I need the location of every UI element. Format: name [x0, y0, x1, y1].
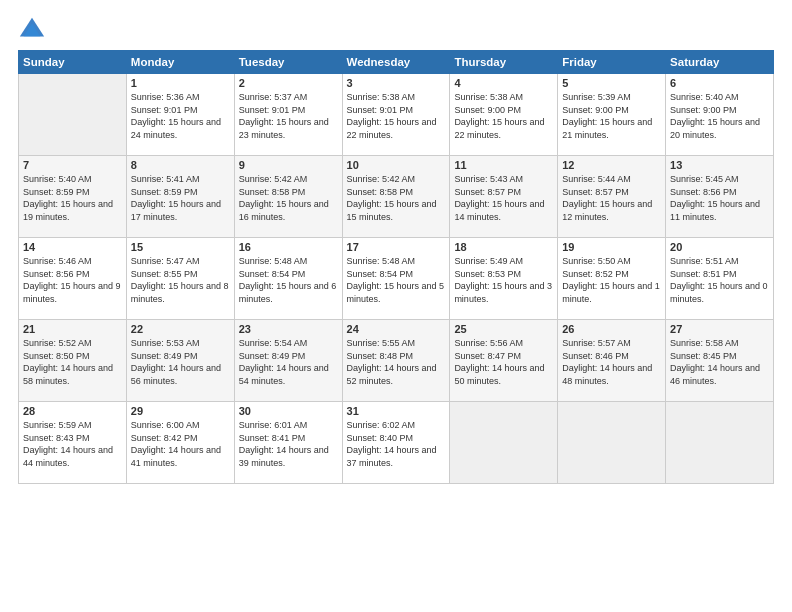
- day-number: 13: [670, 159, 769, 171]
- day-number: 25: [454, 323, 553, 335]
- day-info: Sunrise: 5:45 AM Sunset: 8:56 PM Dayligh…: [670, 173, 769, 223]
- calendar-cell: 31Sunrise: 6:02 AM Sunset: 8:40 PM Dayli…: [342, 402, 450, 484]
- day-info: Sunrise: 5:40 AM Sunset: 8:59 PM Dayligh…: [23, 173, 122, 223]
- day-info: Sunrise: 5:51 AM Sunset: 8:51 PM Dayligh…: [670, 255, 769, 305]
- day-info: Sunrise: 5:52 AM Sunset: 8:50 PM Dayligh…: [23, 337, 122, 387]
- day-info: Sunrise: 5:42 AM Sunset: 8:58 PM Dayligh…: [239, 173, 338, 223]
- calendar-cell: [558, 402, 666, 484]
- day-info: Sunrise: 5:57 AM Sunset: 8:46 PM Dayligh…: [562, 337, 661, 387]
- calendar-cell: 11Sunrise: 5:43 AM Sunset: 8:57 PM Dayli…: [450, 156, 558, 238]
- day-number: 18: [454, 241, 553, 253]
- day-number: 17: [347, 241, 446, 253]
- day-info: Sunrise: 5:46 AM Sunset: 8:56 PM Dayligh…: [23, 255, 122, 305]
- day-header-wednesday: Wednesday: [342, 51, 450, 74]
- calendar-cell: [666, 402, 774, 484]
- day-number: 20: [670, 241, 769, 253]
- calendar-cell: 1Sunrise: 5:36 AM Sunset: 9:01 PM Daylig…: [126, 74, 234, 156]
- day-header-friday: Friday: [558, 51, 666, 74]
- calendar-cell: 19Sunrise: 5:50 AM Sunset: 8:52 PM Dayli…: [558, 238, 666, 320]
- day-info: Sunrise: 5:36 AM Sunset: 9:01 PM Dayligh…: [131, 91, 230, 141]
- logo: [18, 16, 50, 44]
- day-number: 6: [670, 77, 769, 89]
- week-row-2: 7Sunrise: 5:40 AM Sunset: 8:59 PM Daylig…: [19, 156, 774, 238]
- calendar-cell: 12Sunrise: 5:44 AM Sunset: 8:57 PM Dayli…: [558, 156, 666, 238]
- calendar-cell: 8Sunrise: 5:41 AM Sunset: 8:59 PM Daylig…: [126, 156, 234, 238]
- day-number: 31: [347, 405, 446, 417]
- day-number: 2: [239, 77, 338, 89]
- calendar-cell: 21Sunrise: 5:52 AM Sunset: 8:50 PM Dayli…: [19, 320, 127, 402]
- calendar-cell: 10Sunrise: 5:42 AM Sunset: 8:58 PM Dayli…: [342, 156, 450, 238]
- day-info: Sunrise: 5:37 AM Sunset: 9:01 PM Dayligh…: [239, 91, 338, 141]
- calendar-cell: 2Sunrise: 5:37 AM Sunset: 9:01 PM Daylig…: [234, 74, 342, 156]
- week-row-1: 1Sunrise: 5:36 AM Sunset: 9:01 PM Daylig…: [19, 74, 774, 156]
- calendar-cell: 30Sunrise: 6:01 AM Sunset: 8:41 PM Dayli…: [234, 402, 342, 484]
- day-info: Sunrise: 5:59 AM Sunset: 8:43 PM Dayligh…: [23, 419, 122, 469]
- page: SundayMondayTuesdayWednesdayThursdayFrid…: [0, 0, 792, 612]
- day-number: 12: [562, 159, 661, 171]
- day-header-saturday: Saturday: [666, 51, 774, 74]
- week-row-5: 28Sunrise: 5:59 AM Sunset: 8:43 PM Dayli…: [19, 402, 774, 484]
- calendar-cell: 5Sunrise: 5:39 AM Sunset: 9:00 PM Daylig…: [558, 74, 666, 156]
- day-info: Sunrise: 5:55 AM Sunset: 8:48 PM Dayligh…: [347, 337, 446, 387]
- day-number: 28: [23, 405, 122, 417]
- day-number: 5: [562, 77, 661, 89]
- day-info: Sunrise: 5:38 AM Sunset: 9:01 PM Dayligh…: [347, 91, 446, 141]
- day-number: 24: [347, 323, 446, 335]
- day-number: 3: [347, 77, 446, 89]
- day-number: 11: [454, 159, 553, 171]
- day-number: 23: [239, 323, 338, 335]
- day-header-thursday: Thursday: [450, 51, 558, 74]
- day-number: 29: [131, 405, 230, 417]
- calendar-cell: 28Sunrise: 5:59 AM Sunset: 8:43 PM Dayli…: [19, 402, 127, 484]
- day-number: 14: [23, 241, 122, 253]
- calendar-cell: 4Sunrise: 5:38 AM Sunset: 9:00 PM Daylig…: [450, 74, 558, 156]
- calendar-cell: 7Sunrise: 5:40 AM Sunset: 8:59 PM Daylig…: [19, 156, 127, 238]
- day-info: Sunrise: 5:58 AM Sunset: 8:45 PM Dayligh…: [670, 337, 769, 387]
- day-number: 10: [347, 159, 446, 171]
- day-info: Sunrise: 5:53 AM Sunset: 8:49 PM Dayligh…: [131, 337, 230, 387]
- calendar-cell: 18Sunrise: 5:49 AM Sunset: 8:53 PM Dayli…: [450, 238, 558, 320]
- calendar-cell: 3Sunrise: 5:38 AM Sunset: 9:01 PM Daylig…: [342, 74, 450, 156]
- calendar-cell: 6Sunrise: 5:40 AM Sunset: 9:00 PM Daylig…: [666, 74, 774, 156]
- day-info: Sunrise: 6:02 AM Sunset: 8:40 PM Dayligh…: [347, 419, 446, 469]
- day-info: Sunrise: 5:38 AM Sunset: 9:00 PM Dayligh…: [454, 91, 553, 141]
- day-number: 26: [562, 323, 661, 335]
- calendar-cell: 29Sunrise: 6:00 AM Sunset: 8:42 PM Dayli…: [126, 402, 234, 484]
- calendar-cell: 15Sunrise: 5:47 AM Sunset: 8:55 PM Dayli…: [126, 238, 234, 320]
- calendar-cell: [19, 74, 127, 156]
- day-number: 9: [239, 159, 338, 171]
- calendar-cell: 17Sunrise: 5:48 AM Sunset: 8:54 PM Dayli…: [342, 238, 450, 320]
- logo-icon: [18, 16, 46, 44]
- day-info: Sunrise: 5:40 AM Sunset: 9:00 PM Dayligh…: [670, 91, 769, 141]
- calendar-cell: 26Sunrise: 5:57 AM Sunset: 8:46 PM Dayli…: [558, 320, 666, 402]
- days-header-row: SundayMondayTuesdayWednesdayThursdayFrid…: [19, 51, 774, 74]
- day-info: Sunrise: 5:49 AM Sunset: 8:53 PM Dayligh…: [454, 255, 553, 305]
- calendar-cell: 20Sunrise: 5:51 AM Sunset: 8:51 PM Dayli…: [666, 238, 774, 320]
- calendar-cell: 27Sunrise: 5:58 AM Sunset: 8:45 PM Dayli…: [666, 320, 774, 402]
- day-info: Sunrise: 5:50 AM Sunset: 8:52 PM Dayligh…: [562, 255, 661, 305]
- calendar-cell: [450, 402, 558, 484]
- day-number: 22: [131, 323, 230, 335]
- calendar-cell: 23Sunrise: 5:54 AM Sunset: 8:49 PM Dayli…: [234, 320, 342, 402]
- calendar-cell: 13Sunrise: 5:45 AM Sunset: 8:56 PM Dayli…: [666, 156, 774, 238]
- day-header-sunday: Sunday: [19, 51, 127, 74]
- header: [18, 16, 774, 44]
- calendar-cell: 22Sunrise: 5:53 AM Sunset: 8:49 PM Dayli…: [126, 320, 234, 402]
- day-header-tuesday: Tuesday: [234, 51, 342, 74]
- day-info: Sunrise: 5:42 AM Sunset: 8:58 PM Dayligh…: [347, 173, 446, 223]
- calendar-cell: 16Sunrise: 5:48 AM Sunset: 8:54 PM Dayli…: [234, 238, 342, 320]
- day-number: 1: [131, 77, 230, 89]
- day-number: 15: [131, 241, 230, 253]
- day-header-monday: Monday: [126, 51, 234, 74]
- day-number: 16: [239, 241, 338, 253]
- day-info: Sunrise: 6:01 AM Sunset: 8:41 PM Dayligh…: [239, 419, 338, 469]
- day-number: 7: [23, 159, 122, 171]
- day-info: Sunrise: 5:39 AM Sunset: 9:00 PM Dayligh…: [562, 91, 661, 141]
- day-number: 8: [131, 159, 230, 171]
- calendar-cell: 9Sunrise: 5:42 AM Sunset: 8:58 PM Daylig…: [234, 156, 342, 238]
- day-info: Sunrise: 5:48 AM Sunset: 8:54 PM Dayligh…: [239, 255, 338, 305]
- day-info: Sunrise: 5:41 AM Sunset: 8:59 PM Dayligh…: [131, 173, 230, 223]
- day-info: Sunrise: 5:43 AM Sunset: 8:57 PM Dayligh…: [454, 173, 553, 223]
- day-info: Sunrise: 5:54 AM Sunset: 8:49 PM Dayligh…: [239, 337, 338, 387]
- calendar-cell: 14Sunrise: 5:46 AM Sunset: 8:56 PM Dayli…: [19, 238, 127, 320]
